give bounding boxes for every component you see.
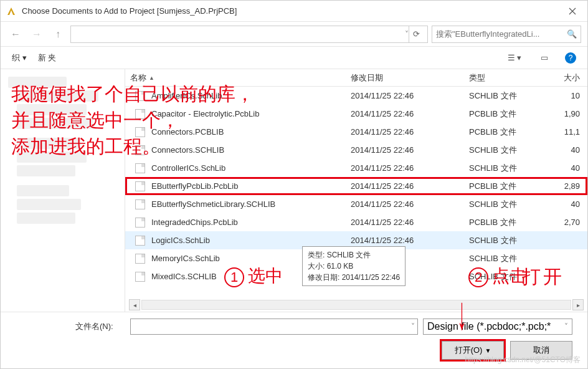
file-icon	[135, 109, 145, 119]
file-tooltip: 类型: SCHLIB 文件 大小: 61.0 KB 修改日期: 2014/11/…	[302, 246, 405, 286]
nav-row: ← → ↑ ˅ ⟳ 🔍	[1, 22, 587, 47]
file-row[interactable]: EButterflySchmeticLibrary.SCHLIB2014/11/…	[125, 195, 587, 213]
file-name: Connectors.SCHLIB	[151, 145, 224, 155]
preview-pane-toggle[interactable]: ▭	[535, 50, 554, 65]
organize-menu[interactable]: 织 ▾	[12, 52, 27, 64]
file-row[interactable]: Capacitor - Electrolytic.PcbLib2014/11/2…	[125, 105, 587, 123]
file-dialog: Choose Documents to Add to Project [Sumj…	[0, 0, 588, 369]
column-size[interactable]: 大小	[550, 72, 587, 84]
breadcrumb[interactable]: ˅ ⟳	[70, 26, 428, 43]
file-size: 2,70	[550, 218, 587, 227]
view-options[interactable]: ☰ ▾	[505, 50, 524, 65]
file-icon	[135, 145, 145, 155]
file-row[interactable]: AmplifierICs.SchLib2014/11/25 22:46SCHLI…	[125, 87, 587, 105]
column-type[interactable]: 类型	[469, 72, 550, 84]
file-name: LogicICs.SchLib	[151, 236, 210, 245]
nav-back[interactable]: ←	[7, 26, 24, 43]
filename-row: 文件名(N): ˅ Design file (*.pcbdoc;*.pcb;*˅	[75, 319, 572, 335]
file-date: 2014/11/25 22:46	[351, 109, 469, 118]
file-size: 11,1	[550, 127, 587, 137]
file-type: PCBLIB 文件	[469, 181, 550, 192]
file-name: ControllerICs.SchLib	[151, 163, 225, 173]
sort-asc-icon: ▲	[149, 75, 154, 81]
file-date: 2014/11/25 22:46	[351, 218, 469, 227]
file-type: SCHLIB 文件	[469, 90, 550, 102]
file-type: SCHLIB 文件	[469, 145, 550, 156]
file-type: SCHLIB 文件	[469, 163, 550, 174]
chevron-down-icon[interactable]: ˅	[564, 322, 568, 331]
file-icon	[135, 199, 145, 209]
filename-label: 文件名(N):	[75, 321, 125, 332]
toolbar: 织 ▾ 新 夹 ☰ ▾ ▭ ?	[1, 47, 587, 69]
file-icon	[135, 181, 145, 191]
file-type: SCHLIB 文件	[469, 199, 550, 210]
file-date: 2014/11/25 22:46	[351, 163, 469, 173]
file-row[interactable]: ControllerICs.SchLib2014/11/25 22:46SCHL…	[125, 159, 587, 177]
h-scrollbar[interactable]: ◂ ▸	[125, 298, 587, 312]
tooltip-date: 修改日期: 2014/11/25 22:46	[308, 272, 400, 283]
sidebar	[1, 69, 125, 312]
file-icon	[135, 218, 145, 228]
chevron-down-icon[interactable]: ˅	[411, 322, 415, 331]
close-icon	[569, 7, 576, 15]
file-type-filter[interactable]: Design file (*.pcbdoc;*.pcb;*˅	[423, 319, 572, 335]
file-size: 40	[550, 145, 587, 155]
file-type: SCHLIB 文件	[469, 235, 550, 246]
file-size: 40	[550, 163, 587, 173]
file-name: EButterflyPcbLib.PcbLib	[151, 181, 238, 191]
file-size: 1,90	[550, 109, 587, 118]
file-icon	[135, 254, 145, 264]
file-type: PCBLIB 文件	[469, 127, 550, 138]
file-date: 2014/11/25 22:46	[351, 181, 469, 191]
column-name[interactable]: 名称▲	[125, 72, 351, 84]
file-row[interactable]: EButterflyPcbLib.PcbLib2014/11/25 22:46P…	[125, 177, 587, 195]
file-size: 10	[550, 91, 587, 100]
new-folder-button[interactable]: 新 夹	[38, 52, 57, 64]
scroll-left-icon[interactable]: ◂	[129, 299, 140, 310]
tooltip-type: 类型: SCHLIB 文件	[308, 249, 400, 261]
file-icon	[135, 163, 145, 173]
file-date: 2014/11/25 22:46	[351, 145, 469, 155]
file-name: Connectors.PCBLIB	[151, 127, 224, 137]
file-date: 2014/11/25 22:46	[351, 199, 469, 209]
title-bar: Choose Documents to Add to Project [Sumj…	[1, 1, 587, 22]
file-row[interactable]: Connectors.SCHLIB2014/11/25 22:46SCHLIB …	[125, 141, 587, 159]
nav-up[interactable]: ↑	[49, 26, 67, 43]
app-icon	[6, 6, 17, 17]
dialog-title: Choose Documents to Add to Project [Sumj…	[22, 6, 560, 16]
tooltip-size: 大小: 61.0 KB	[308, 261, 400, 272]
file-type: PCBLIB 文件	[469, 108, 550, 120]
watermark: https://blog.csdn.net/@51CTO博客	[465, 355, 581, 365]
file-date: 2014/11/25 22:46	[351, 236, 469, 245]
file-name: MemoryICs.SchLib	[151, 254, 220, 263]
file-icon	[135, 127, 145, 137]
file-date: 2014/11/25 22:46	[351, 91, 469, 100]
scroll-right-icon[interactable]: ▸	[572, 299, 584, 310]
file-row[interactable]: IntegradedChips.PcbLib2014/11/25 22:46PC…	[125, 213, 587, 231]
refresh-icon[interactable]: ⟳	[409, 26, 424, 42]
help-icon[interactable]: ?	[565, 52, 576, 64]
column-date[interactable]: 修改日期	[351, 72, 469, 84]
file-date: 2014/11/25 22:46	[351, 127, 469, 137]
body-area: 名称▲ 修改日期 类型 大小 AmplifierICs.SchLib2014/1…	[1, 69, 587, 312]
file-name: EButterflySchmeticLibrary.SCHLIB	[151, 199, 275, 209]
filename-input[interactable]: ˅	[130, 319, 418, 335]
file-icon	[135, 91, 145, 101]
nav-forward[interactable]: →	[28, 26, 45, 43]
file-size: 2,89	[550, 181, 587, 191]
list-header: 名称▲ 修改日期 类型 大小	[125, 69, 587, 87]
file-name: MixedICs.SCHLIB	[151, 272, 217, 281]
file-name: Capacitor - Electrolytic.PcbLib	[151, 109, 259, 118]
file-type: PCBLIB 文件	[469, 217, 550, 228]
file-row[interactable]: Connectors.PCBLIB2014/11/25 22:46PCBLIB …	[125, 123, 587, 141]
file-type: SCHLIB 文件	[469, 253, 550, 264]
file-name: IntegradedChips.PcbLib	[151, 218, 238, 227]
file-name: AmplifierICs.SchLib	[151, 91, 222, 100]
file-icon	[135, 272, 145, 282]
search-input[interactable]	[436, 29, 567, 39]
file-type: SCHLIB 文件	[469, 271, 550, 282]
close-button[interactable]	[560, 2, 585, 21]
search-box[interactable]: 🔍	[432, 26, 581, 43]
file-icon	[135, 236, 145, 246]
search-icon[interactable]: 🔍	[567, 29, 577, 39]
